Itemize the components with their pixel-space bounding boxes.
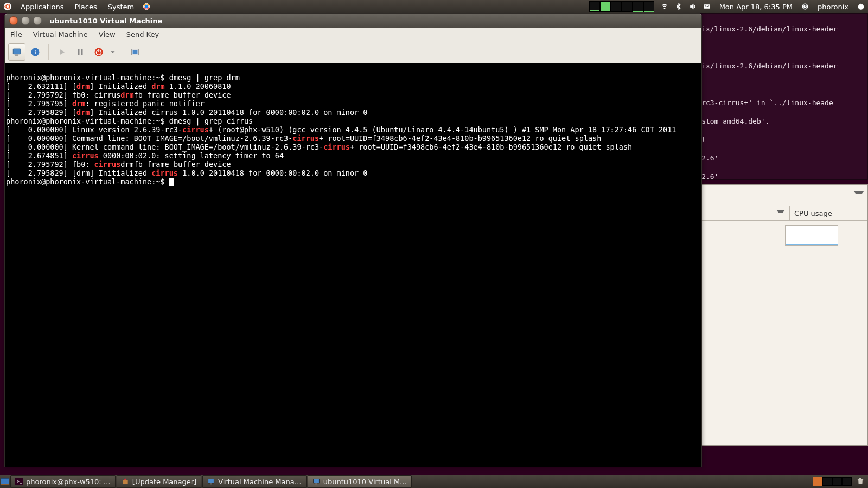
monitor-icon <box>207 478 215 485</box>
menu-applications[interactable]: Applications <box>15 3 69 11</box>
sort-indicator-icon <box>776 210 785 217</box>
task-update-manager[interactable]: [Update Manager] <box>117 475 201 488</box>
system-monitor[interactable] <box>589 1 654 12</box>
cursor <box>169 178 174 186</box>
terminal-prompt: phoronix@phoronix-virtual-machine:~$ <box>6 117 165 125</box>
menu-file[interactable]: File <box>5 30 28 38</box>
console-button[interactable] <box>8 43 25 61</box>
svg-point-4 <box>8 8 10 9</box>
shutdown-menu-button[interactable] <box>108 43 117 61</box>
svg-point-3 <box>8 3 10 5</box>
fullscreen-button[interactable] <box>126 43 144 61</box>
menu-view[interactable]: View <box>93 30 121 38</box>
svg-rect-7 <box>704 5 710 9</box>
svg-rect-16 <box>81 49 83 55</box>
workspace-4[interactable] <box>842 477 852 486</box>
menu-virtual-machine[interactable]: Virtual Machine <box>28 30 93 38</box>
svg-rect-28 <box>210 484 212 485</box>
user-menu[interactable]: phoronix <box>812 3 854 11</box>
trash-icon[interactable] <box>856 477 865 487</box>
terminal-prompt: phoronix@phoronix-virtual-machine:~$ <box>6 73 165 82</box>
svg-rect-19 <box>98 49 99 52</box>
wifi-icon[interactable] <box>658 3 672 10</box>
menu-system[interactable]: System <box>103 3 139 11</box>
mail-icon[interactable] <box>700 3 714 10</box>
svg-rect-11 <box>13 49 21 54</box>
task-virt-manager[interactable]: Virtual Machine Mana… <box>202 475 307 488</box>
vm-menubar: File Virtual Machine View Send Key <box>5 28 701 41</box>
svg-rect-26 <box>123 480 127 484</box>
terminal-icon: >_ <box>15 478 23 485</box>
monitor-icon <box>312 478 320 485</box>
shutdown-button[interactable] <box>90 43 107 61</box>
vm-toolbar: i <box>5 41 701 63</box>
update-icon <box>122 478 129 485</box>
top-panel: Applications Places System Mon Apr 18, 6… <box>0 0 868 13</box>
window-close-button[interactable] <box>9 16 18 25</box>
virt-manager-window: CPU usage <box>688 184 868 446</box>
menu-send-key[interactable]: Send Key <box>121 30 164 38</box>
task-vm-window[interactable]: ubuntu1010 Virtual M… <box>308 475 412 488</box>
window-minimize-button[interactable] <box>21 16 30 25</box>
window-maximize-button[interactable] <box>33 16 42 25</box>
power-icon[interactable] <box>854 3 868 10</box>
run-button[interactable] <box>53 43 71 61</box>
window-titlebar[interactable]: ubuntu1010 Virtual Machine <box>5 14 701 28</box>
svg-rect-31 <box>859 478 861 479</box>
svg-rect-32 <box>858 479 864 479</box>
svg-text:i: i <box>35 49 36 55</box>
vm-window: ubuntu1010 Virtual Machine File Virtual … <box>4 13 702 467</box>
column-cpu-usage[interactable]: CPU usage <box>790 206 837 220</box>
chevron-down-icon[interactable] <box>853 191 864 200</box>
svg-rect-21 <box>133 50 138 54</box>
svg-point-2 <box>4 5 6 7</box>
virt-manager-toolbar <box>688 185 867 206</box>
workspace-switcher[interactable] <box>813 477 852 486</box>
details-button[interactable]: i <box>27 43 44 61</box>
menu-places[interactable]: Places <box>69 3 102 11</box>
vm-console[interactable]: phoronix@phoronix-virtual-machine:~$ dme… <box>5 63 701 467</box>
window-title: ubuntu1010 Virtual Machine <box>46 17 162 25</box>
background-terminal: poronix/linux-2.6/debian/linux-header po… <box>677 13 868 180</box>
svg-text:>_: >_ <box>17 479 22 484</box>
svg-rect-15 <box>78 49 80 55</box>
column-name[interactable] <box>688 206 790 220</box>
pause-button[interactable] <box>72 43 89 61</box>
svg-rect-12 <box>15 55 18 56</box>
volume-icon[interactable] <box>686 3 700 10</box>
bottom-panel: >_ phoronix@phx-w510: … [Update Manager]… <box>0 475 868 488</box>
svg-rect-27 <box>208 479 214 483</box>
svg-rect-22 <box>1 478 9 484</box>
workspace-3[interactable] <box>832 477 842 486</box>
svg-rect-23 <box>1 484 9 485</box>
bluetooth-icon[interactable] <box>672 3 686 10</box>
workspace-1[interactable] <box>813 477 822 486</box>
workspace-2[interactable] <box>822 477 832 486</box>
svg-rect-29 <box>314 479 320 483</box>
virt-manager-header: CPU usage <box>688 206 867 221</box>
clock[interactable]: Mon Apr 18, 6:35 PM <box>714 3 798 11</box>
terminal-prompt: phoronix@phoronix-virtual-machine:~$ <box>6 177 165 186</box>
show-desktop-button[interactable] <box>0 477 10 486</box>
firefox-icon[interactable] <box>139 3 154 10</box>
svg-rect-30 <box>315 484 317 485</box>
task-terminal[interactable]: >_ phoronix@phx-w510: … <box>10 475 116 488</box>
user-switch-icon[interactable] <box>798 3 812 10</box>
vm-cpu-usage-graph <box>785 225 838 246</box>
ubuntu-logo-icon[interactable] <box>0 2 15 11</box>
svg-point-6 <box>664 8 665 9</box>
